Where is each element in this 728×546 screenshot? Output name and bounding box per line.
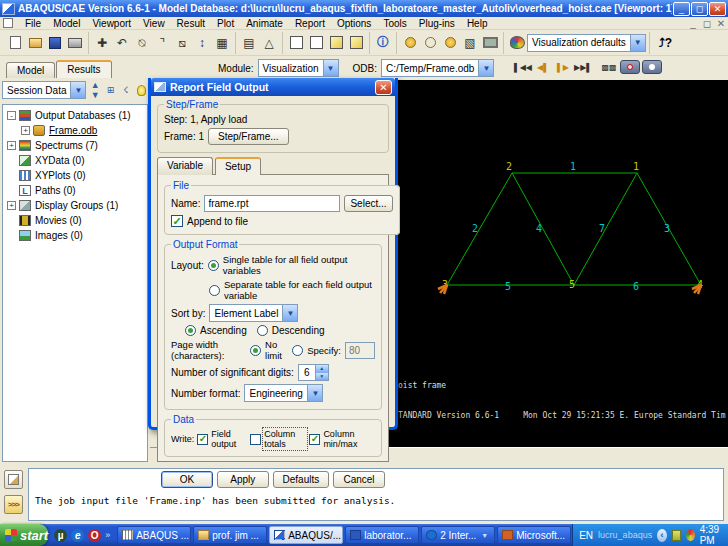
tree-item-paths[interactable]: L Paths (0) bbox=[7, 183, 147, 198]
chevron-down-icon[interactable]: ▼ bbox=[478, 60, 493, 76]
stepper-down-icon[interactable]: ▼ bbox=[316, 373, 328, 381]
render-beam-profiles-icon[interactable]: ▤ bbox=[240, 34, 258, 52]
menu-model[interactable]: Model bbox=[47, 18, 86, 29]
chevron-down-icon[interactable]: ▼ bbox=[323, 60, 338, 76]
no-limit-radio[interactable] bbox=[250, 345, 261, 356]
tray-swirl-icon[interactable] bbox=[686, 529, 695, 541]
apply-button[interactable]: Apply bbox=[217, 471, 269, 488]
menu-options[interactable]: Options bbox=[331, 18, 377, 29]
chevron-down-icon[interactable]: ▼ bbox=[282, 305, 297, 321]
taskbar-clock[interactable]: 4:39 PM bbox=[700, 524, 728, 546]
sig-digits-stepper[interactable]: 6 ▲▼ bbox=[298, 364, 329, 381]
tab-results[interactable]: Results bbox=[56, 60, 111, 79]
chevron-down-icon[interactable]: ▼ bbox=[70, 82, 85, 98]
number-format-select[interactable]: Engineering ▼ bbox=[244, 384, 323, 402]
record-animation-button[interactable] bbox=[620, 60, 640, 74]
column-totals-checkbox[interactable] bbox=[250, 434, 261, 445]
command-line-button[interactable]: >>> bbox=[4, 495, 23, 514]
wireframe-render-icon[interactable] bbox=[287, 34, 305, 52]
filled-render-icon[interactable] bbox=[347, 34, 365, 52]
menu-result[interactable]: Result bbox=[171, 18, 211, 29]
ok-button[interactable]: OK bbox=[161, 471, 213, 488]
collapse-all-icon[interactable]: ⊞ bbox=[104, 83, 117, 97]
specify-width-input[interactable] bbox=[345, 342, 375, 359]
tree-item-spectrums[interactable]: + Spectrums (7) bbox=[7, 138, 147, 153]
defaults-button[interactable]: Defaults bbox=[273, 471, 330, 488]
cycle-views-icon[interactable]: ↕ bbox=[193, 34, 211, 52]
language-indicator[interactable]: EN bbox=[579, 530, 593, 541]
expand-toggle-icon[interactable]: + bbox=[7, 201, 16, 210]
module-select[interactable]: Visualization ▼ bbox=[258, 59, 339, 77]
solid-circle-icon[interactable] bbox=[441, 34, 459, 52]
start-button[interactable]: start bbox=[0, 524, 48, 546]
rotate-view-icon[interactable]: ↶ bbox=[113, 34, 131, 52]
layout-single-radio[interactable] bbox=[208, 260, 219, 271]
session-data-select[interactable]: Session Data ▼ bbox=[2, 81, 86, 99]
report-name-input[interactable] bbox=[204, 195, 340, 212]
descending-radio[interactable] bbox=[257, 325, 268, 336]
tab-variable[interactable]: Variable bbox=[157, 157, 213, 175]
tree-item-frame-odb[interactable]: + Frame.odb bbox=[7, 123, 147, 138]
collapse-toggle-icon[interactable]: - bbox=[7, 111, 16, 120]
hide-tray-icons-icon[interactable]: ‹ bbox=[657, 529, 667, 542]
zoom-box-icon[interactable]: ⌝ bbox=[153, 34, 171, 52]
menu-viewport[interactable]: Viewport bbox=[86, 18, 137, 29]
symbol-toggle-icon[interactable] bbox=[421, 34, 439, 52]
task-abaqus-cae[interactable]: ABAQUS/... bbox=[269, 526, 343, 544]
perspective-icon[interactable]: △ bbox=[260, 34, 278, 52]
menu-plot[interactable]: Plot bbox=[211, 18, 240, 29]
tree-item-movies[interactable]: Movies (0) bbox=[7, 213, 147, 228]
save-icon[interactable] bbox=[46, 34, 64, 52]
task-word-laborator[interactable]: laborator... bbox=[345, 526, 419, 544]
internet-explorer-icon[interactable]: e bbox=[71, 529, 84, 542]
minimize-button[interactable]: _ bbox=[673, 2, 690, 16]
odb-select[interactable]: C:/Temp/Frame.odb ▼ bbox=[381, 59, 494, 77]
field-output-checkbox[interactable]: ✓ bbox=[197, 434, 208, 445]
query-info-icon[interactable]: ⓘ bbox=[374, 34, 392, 52]
snapshot-button[interactable] bbox=[642, 60, 662, 74]
last-frame-button[interactable]: ▶▶▌ bbox=[574, 59, 592, 75]
tree-item-output-databases[interactable]: - Output Databases (1) bbox=[7, 108, 147, 123]
color-mapping-select[interactable]: Visualization defaults ▼ bbox=[527, 34, 646, 52]
menu-view[interactable]: View bbox=[137, 18, 171, 29]
desktop-toolbar-label[interactable]: lucru_abaqus bbox=[598, 530, 652, 540]
first-frame-button[interactable]: ▌◀◀ bbox=[514, 59, 532, 75]
mdi-restore-button[interactable]: ◻ bbox=[700, 18, 714, 29]
chevron-down-icon[interactable]: ▼ bbox=[479, 532, 490, 539]
dialog-close-button[interactable]: ✕ bbox=[375, 80, 392, 95]
context-help-icon[interactable]: ⤴? bbox=[653, 36, 678, 50]
opera-icon[interactable]: O bbox=[88, 529, 101, 542]
mdi-close-button[interactable]: ✕ bbox=[714, 18, 728, 29]
task-internet-group[interactable]: 2 Inter... ▼ bbox=[421, 526, 495, 544]
open-file-icon[interactable] bbox=[26, 34, 44, 52]
menu-plugins[interactable]: Plug-ins bbox=[413, 18, 461, 29]
menu-help[interactable]: Help bbox=[461, 18, 494, 29]
quick-launch-overflow-icon[interactable]: » bbox=[105, 530, 110, 540]
sort-tree-icon[interactable]: ▲▼ bbox=[88, 83, 101, 97]
chevron-down-icon[interactable]: ▼ bbox=[630, 35, 645, 51]
print-icon[interactable] bbox=[66, 34, 84, 52]
select-file-button[interactable]: Select... bbox=[344, 195, 392, 212]
specify-radio[interactable] bbox=[292, 345, 303, 356]
contour-toggle-icon[interactable] bbox=[401, 34, 419, 52]
ascending-radio[interactable] bbox=[185, 325, 196, 336]
chevron-down-icon[interactable]: ▼ bbox=[307, 385, 322, 401]
menu-animate[interactable]: Animate bbox=[240, 18, 289, 29]
expand-toggle-icon[interactable]: + bbox=[21, 126, 30, 135]
lightbulb-icon[interactable] bbox=[135, 83, 148, 97]
tree-item-display-groups[interactable]: + Display Groups (1) bbox=[7, 198, 147, 213]
stepper-up-icon[interactable]: ▲ bbox=[316, 365, 328, 373]
append-to-file-checkbox[interactable]: ✓ bbox=[171, 215, 183, 227]
column-minmax-checkbox[interactable]: ✓ bbox=[309, 434, 320, 445]
views-toolbox-icon[interactable]: ▦ bbox=[213, 34, 231, 52]
sort-by-select[interactable]: Element Label ▼ bbox=[209, 304, 298, 322]
dialog-title-bar[interactable]: Report Field Output ✕ bbox=[151, 78, 395, 96]
shaded-render-icon[interactable] bbox=[327, 34, 345, 52]
layout-separate-radio[interactable] bbox=[209, 285, 220, 296]
cancel-button[interactable]: Cancel bbox=[333, 471, 385, 488]
utorrent-icon[interactable]: µ bbox=[54, 529, 67, 542]
magnify-view-icon[interactable]: ⍉ bbox=[133, 34, 151, 52]
step-frame-button[interactable]: Step/Frame... bbox=[208, 128, 289, 145]
task-powerpoint[interactable]: Microsoft... bbox=[497, 526, 571, 544]
menu-tools[interactable]: Tools bbox=[377, 18, 412, 29]
